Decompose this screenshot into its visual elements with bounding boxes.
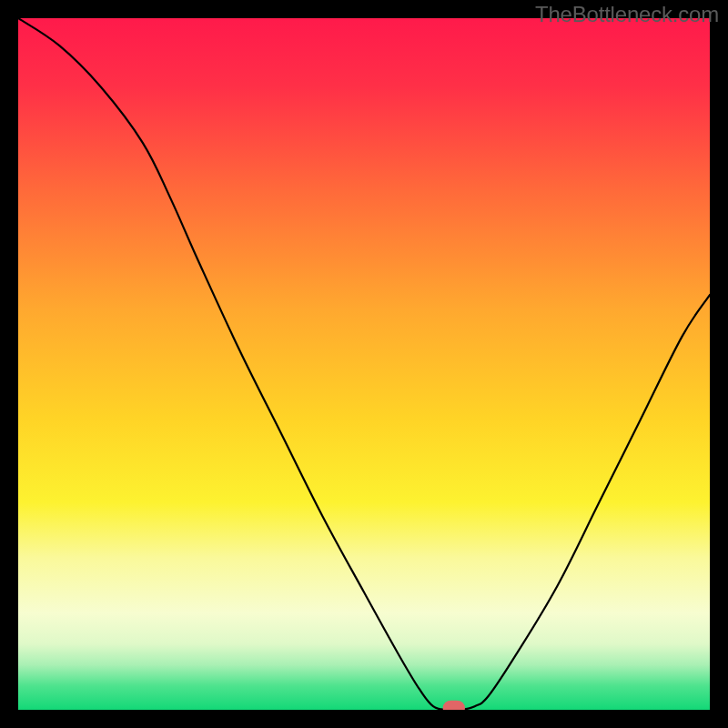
chart-frame: TheBottleneck.com xyxy=(0,0,728,728)
chart-svg xyxy=(18,18,710,710)
plot-area xyxy=(18,18,710,710)
watermark-text: TheBottleneck.com xyxy=(535,2,719,27)
gradient-background xyxy=(18,18,710,710)
